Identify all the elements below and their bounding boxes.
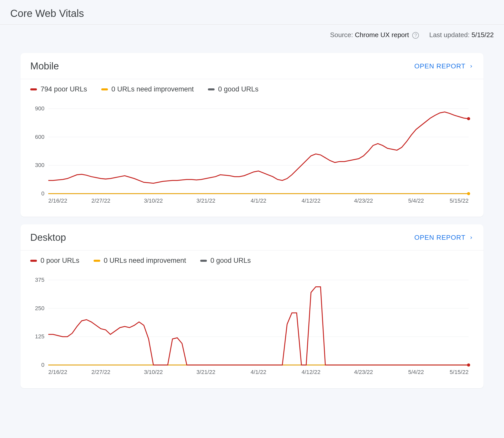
source-info: Source: Chrome UX report ? — [330, 31, 419, 39]
svg-text:375: 375 — [35, 277, 44, 283]
legend-poor: 794 poor URLs — [30, 85, 87, 93]
svg-point-18 — [467, 117, 470, 120]
legend-need-label: 0 URLs need improvement — [104, 257, 186, 265]
svg-point-37 — [467, 363, 470, 367]
swatch-need-icon — [94, 260, 100, 262]
svg-text:4/1/22: 4/1/22 — [250, 369, 266, 376]
svg-text:0: 0 — [41, 362, 44, 368]
legend-poor-label: 0 poor URLs — [41, 257, 79, 265]
page-title: Core Web Vitals — [10, 8, 494, 19]
mobile-chart: 03006009002/16/222/27/223/10/223/21/224/… — [30, 103, 474, 206]
page-header: Core Web Vitals — [0, 0, 504, 25]
updated-label: Last updated: — [429, 31, 470, 39]
svg-text:2/27/22: 2/27/22 — [91, 369, 110, 376]
swatch-good-icon — [200, 260, 207, 262]
svg-text:3/10/22: 3/10/22 — [144, 197, 163, 204]
svg-text:5/4/22: 5/4/22 — [408, 197, 424, 204]
desktop-chart-container: 01252503752/16/222/27/223/10/223/21/224/… — [21, 267, 483, 388]
open-report-label: OPEN REPORT — [414, 62, 466, 70]
swatch-good-icon — [208, 88, 215, 90]
svg-text:125: 125 — [35, 333, 44, 340]
source-label: Source: — [330, 31, 353, 39]
chevron-right-icon — [469, 64, 474, 69]
legend-need-label: 0 URLs need improvement — [112, 85, 194, 93]
legend-poor-label: 794 poor URLs — [41, 85, 87, 93]
desktop-card-title: Desktop — [30, 232, 66, 243]
svg-text:3/21/22: 3/21/22 — [196, 369, 215, 376]
meta-bar: Source: Chrome UX report ? Last updated:… — [0, 25, 504, 45]
svg-text:2/27/22: 2/27/22 — [91, 197, 110, 204]
svg-text:5/4/22: 5/4/22 — [408, 369, 424, 376]
desktop-chart: 01252503752/16/222/27/223/10/223/21/224/… — [30, 275, 474, 378]
mobile-card-title: Mobile — [30, 61, 59, 72]
svg-text:4/1/22: 4/1/22 — [250, 197, 266, 204]
svg-text:600: 600 — [35, 134, 44, 140]
svg-text:4/23/22: 4/23/22 — [354, 197, 373, 204]
mobile-card: Mobile OPEN REPORT 794 poor URLs 0 URLs … — [21, 53, 483, 217]
svg-text:2/16/22: 2/16/22 — [48, 197, 67, 204]
swatch-poor-icon — [30, 88, 37, 90]
open-report-label: OPEN REPORT — [414, 234, 466, 242]
legend-good: 0 good URLs — [208, 85, 259, 93]
legend-need: 0 URLs need improvement — [101, 85, 194, 93]
desktop-card-header: Desktop OPEN REPORT — [21, 224, 483, 251]
updated-value: 5/15/22 — [471, 31, 494, 39]
source-value: Chrome UX report — [355, 31, 409, 39]
legend-need: 0 URLs need improvement — [94, 257, 186, 265]
mobile-legend: 794 poor URLs 0 URLs need improvement 0 … — [21, 79, 483, 96]
svg-text:4/23/22: 4/23/22 — [354, 369, 373, 376]
legend-good-label: 0 good URLs — [218, 85, 259, 93]
swatch-poor-icon — [30, 260, 37, 262]
mobile-card-header: Mobile OPEN REPORT — [21, 53, 483, 79]
legend-poor: 0 poor URLs — [30, 257, 79, 265]
svg-text:300: 300 — [35, 162, 44, 168]
svg-point-17 — [467, 192, 470, 195]
help-icon[interactable]: ? — [412, 32, 419, 39]
swatch-need-icon — [101, 88, 108, 90]
open-report-button[interactable]: OPEN REPORT — [414, 234, 474, 242]
svg-text:3/10/22: 3/10/22 — [144, 369, 163, 376]
desktop-legend: 0 poor URLs 0 URLs need improvement 0 go… — [21, 251, 483, 267]
legend-good: 0 good URLs — [200, 257, 251, 265]
svg-text:3/21/22: 3/21/22 — [196, 197, 215, 204]
svg-text:2/16/22: 2/16/22 — [48, 369, 67, 376]
svg-text:5/15/22: 5/15/22 — [450, 369, 469, 376]
chevron-right-icon — [469, 235, 474, 240]
open-report-button[interactable]: OPEN REPORT — [414, 62, 474, 70]
svg-text:0: 0 — [41, 190, 44, 197]
svg-text:900: 900 — [35, 105, 44, 112]
legend-good-label: 0 good URLs — [210, 257, 251, 265]
svg-text:4/12/22: 4/12/22 — [301, 197, 320, 204]
svg-text:5/15/22: 5/15/22 — [450, 197, 469, 204]
updated-info: Last updated: 5/15/22 — [429, 31, 494, 39]
desktop-card: Desktop OPEN REPORT 0 poor URLs 0 URLs n… — [21, 224, 483, 388]
svg-text:250: 250 — [35, 305, 44, 311]
mobile-chart-container: 03006009002/16/222/27/223/10/223/21/224/… — [21, 96, 483, 217]
svg-text:4/12/22: 4/12/22 — [301, 369, 320, 376]
